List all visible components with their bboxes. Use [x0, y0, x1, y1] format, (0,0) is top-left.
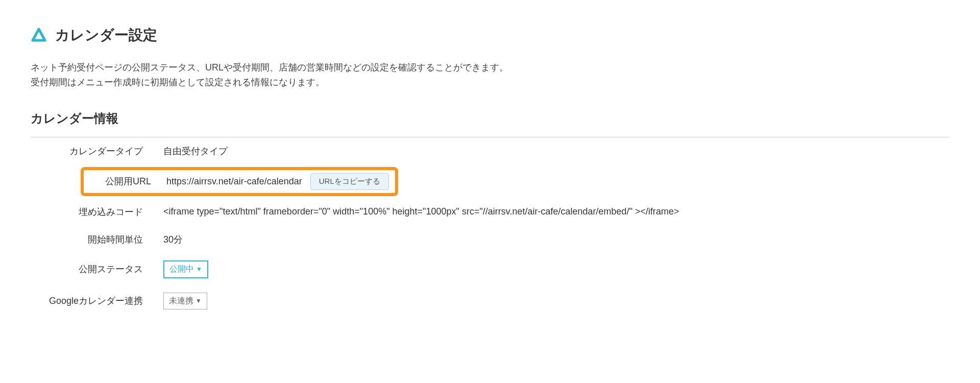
public-status-row: 公開ステータス 公開中 ▼	[31, 253, 949, 285]
google-calendar-label: Googleカレンダー連携	[31, 295, 163, 307]
embed-code-value: <iframe type="text/html" frameborder="0"…	[163, 206, 949, 217]
google-calendar-value-wrapper: 未連携 ▼	[163, 293, 949, 309]
embed-code-row: 埋め込みコード <iframe type="text/html" framebo…	[31, 198, 949, 226]
public-url-text: https://airrsv.net/air-cafe/calendar	[166, 176, 302, 187]
start-time-unit-label: 開始時間単位	[31, 233, 163, 246]
public-url-label: 公開用URL	[84, 175, 166, 187]
public-status-value: 公開中	[169, 264, 194, 275]
calendar-info-table: カレンダータイプ 自由受付タイプ 公開用URL https://airrsv.n…	[31, 137, 949, 317]
description-line-1: ネット予約受付ページの公開ステータス、URLや受付期間、店舗の営業時間などの設定…	[31, 60, 949, 75]
public-url-value-wrapper: https://airrsv.net/air-cafe/calendar URL…	[166, 173, 389, 190]
embed-code-label: 埋め込みコード	[31, 206, 163, 218]
page-title: カレンダー設定	[55, 26, 157, 45]
public-status-dropdown[interactable]: 公開中 ▼	[163, 260, 208, 278]
public-status-label: 公開ステータス	[31, 263, 163, 275]
section-title: カレンダー情報	[31, 110, 949, 127]
triangle-logo-icon	[31, 27, 47, 43]
calendar-type-value: 自由受付タイプ	[163, 145, 949, 157]
google-calendar-dropdown[interactable]: 未連携 ▼	[163, 293, 207, 309]
chevron-down-icon: ▼	[196, 266, 202, 273]
public-url-row: 公開用URL https://airrsv.net/air-cafe/calen…	[31, 165, 949, 198]
copy-url-button[interactable]: URLをコピーする	[310, 173, 389, 190]
start-time-unit-value: 30分	[163, 233, 949, 246]
public-status-value-wrapper: 公開中 ▼	[163, 260, 949, 278]
page-description: ネット予約受付ページの公開ステータス、URLや受付期間、店舗の営業時間などの設定…	[31, 60, 949, 90]
public-url-highlight: 公開用URL https://airrsv.net/air-cafe/calen…	[81, 167, 398, 196]
calendar-type-label: カレンダータイプ	[31, 145, 163, 157]
description-line-2: 受付期間はメニュー作成時に初期値として設定される情報になります。	[31, 75, 949, 90]
google-calendar-value: 未連携	[169, 296, 193, 306]
calendar-type-row: カレンダータイプ 自由受付タイプ	[31, 137, 949, 165]
page-header: カレンダー設定	[31, 26, 949, 45]
chevron-down-icon: ▼	[195, 297, 202, 304]
google-calendar-row: Googleカレンダー連携 未連携 ▼	[31, 285, 949, 317]
start-time-unit-row: 開始時間単位 30分	[31, 226, 949, 253]
